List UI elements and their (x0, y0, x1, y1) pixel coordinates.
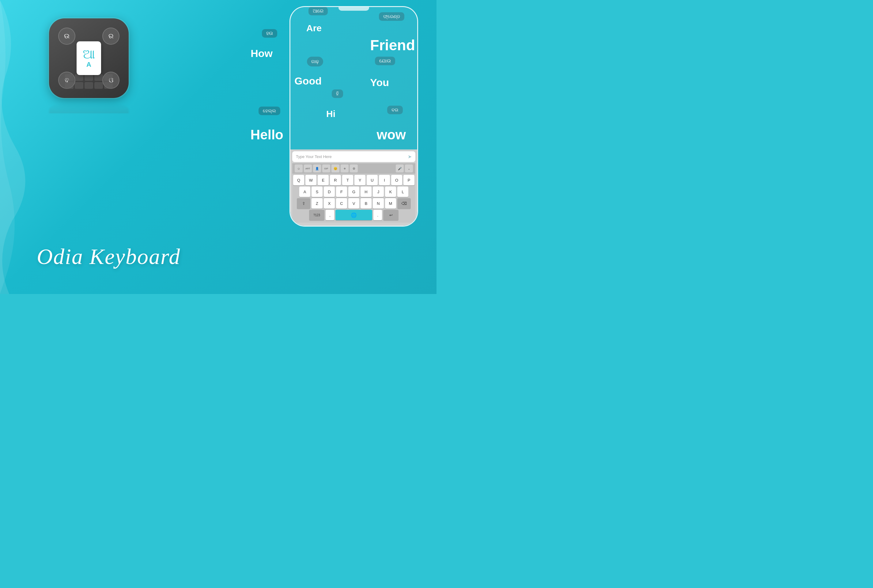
icon-center-latin: A (86, 61, 91, 69)
key-L[interactable]: L (397, 186, 408, 197)
key-X[interactable]: X (324, 198, 335, 208)
key-K[interactable]: K (385, 186, 396, 197)
icon-corner-tl: ଉ (58, 28, 75, 45)
send-icon: ➤ (408, 154, 412, 159)
app-icon-reflection (49, 104, 129, 113)
key-P[interactable]: P (404, 175, 414, 185)
text-input-placeholder: Type Your Text Here (296, 154, 408, 159)
wave-decoration (0, 0, 37, 294)
key-row-2: A S D F G H J K L (293, 186, 415, 197)
phone-notch (339, 7, 369, 11)
app-icon-area: ଉ ର ଵ ଓ ଆ A (49, 18, 135, 104)
label-hello-en: Hello (250, 127, 284, 142)
keyboard-toolbar: ☺ ART 👤 GIF 😊 ⊕ ⚙ 🎤 ⌄ (292, 163, 416, 174)
collapse-icon[interactable]: ⌄ (405, 165, 413, 172)
key-period[interactable]: . (374, 210, 382, 220)
art-icon[interactable]: ART (304, 165, 312, 172)
key-Y[interactable]: Y (354, 175, 365, 185)
key-shift[interactable]: ⇧ (297, 198, 310, 208)
extra-icon[interactable]: ⊕ (340, 165, 349, 172)
keyboard-rows: Q W E R T Y U I O P A S D F G H J K (292, 174, 416, 223)
key-W[interactable]: W (305, 175, 316, 185)
key-Q[interactable]: Q (293, 175, 304, 185)
key-C[interactable]: C (336, 198, 347, 208)
key-S[interactable]: S (312, 186, 322, 197)
key-M[interactable]: M (385, 198, 396, 208)
key-D[interactable]: D (324, 186, 335, 197)
phone-mockup: Type Your Text Here ➤ ☺ ART 👤 GIF 😊 ⊕ ⚙ … (290, 6, 418, 226)
key-row-4: ?123 , 🌐 . ↩ (293, 210, 415, 220)
key-F[interactable]: F (336, 186, 347, 197)
key-G[interactable]: G (348, 186, 359, 197)
key-return[interactable]: ↩ (383, 210, 399, 220)
bubble-hello-odia: ହେଲ୍ଲ (258, 106, 280, 115)
key-Z[interactable]: Z (312, 198, 322, 208)
icon-keys-grid (65, 74, 113, 89)
emoji-icon[interactable]: ☺ (295, 165, 303, 172)
mic-icon[interactable]: 🎤 (396, 165, 404, 172)
key-backspace[interactable]: ⌫ (397, 198, 411, 208)
key-T[interactable]: T (342, 175, 353, 185)
settings-icon[interactable]: ⚙ (350, 165, 358, 172)
key-space[interactable]: 🌐 (335, 210, 372, 220)
app-title: Odia Keyboard (37, 244, 180, 270)
text-input-bar[interactable]: Type Your Text Here ➤ (292, 151, 416, 162)
key-U[interactable]: U (367, 175, 378, 185)
phone-keyboard-area: Type Your Text Here ➤ ☺ ART 👤 GIF 😊 ⊕ ⚙ … (290, 150, 417, 226)
sticker-icon[interactable]: 👤 (313, 165, 321, 172)
key-B[interactable]: B (360, 198, 372, 208)
icon-corner-tr: ର (102, 28, 120, 45)
icon-center-key: ଆ A (76, 41, 101, 75)
key-comma[interactable]: , (326, 210, 334, 220)
key-O[interactable]: O (391, 175, 402, 185)
key-row-1: Q W E R T Y U I O P (293, 175, 415, 185)
emoji2-icon[interactable]: 😊 (332, 165, 339, 172)
key-J[interactable]: J (373, 186, 384, 197)
key-row-3: ⇧ Z X C V B N M ⌫ (293, 198, 415, 208)
icon-center-odia: ଆ (83, 48, 95, 61)
key-I[interactable]: I (379, 175, 390, 185)
key-V[interactable]: V (348, 198, 359, 208)
key-E[interactable]: E (318, 175, 328, 185)
key-N[interactable]: N (373, 198, 384, 208)
app-icon: ଉ ର ଵ ଓ ଆ A (49, 18, 129, 98)
label-how-en: How (250, 48, 273, 59)
key-123[interactable]: ?123 (309, 210, 324, 220)
key-A[interactable]: A (299, 186, 310, 197)
key-R[interactable]: R (330, 175, 341, 185)
gif-icon[interactable]: GIF (322, 165, 330, 172)
key-H[interactable]: H (360, 186, 372, 197)
bubble-how-odia: ହଉ (262, 29, 277, 38)
